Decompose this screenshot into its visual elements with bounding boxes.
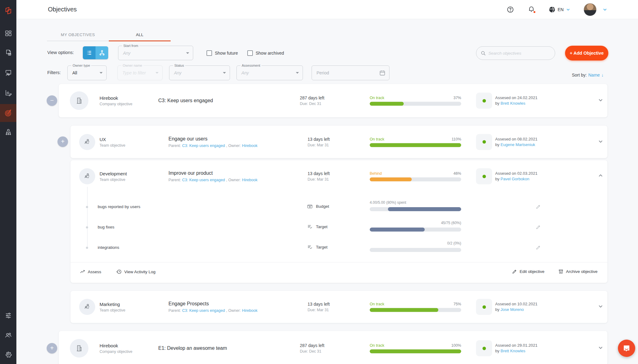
status-dropdown[interactable]: Status Any: [169, 65, 230, 80]
parent-link[interactable]: C3: Keep users engaged: [182, 178, 225, 182]
add-objective-button[interactable]: + Add Objective: [565, 46, 608, 61]
due-date: Due: Dec 31: [300, 349, 324, 354]
sliders-icon: [5, 312, 12, 319]
by-label: by: [495, 307, 500, 312]
show-archived-checkbox[interactable]: Show archived: [247, 50, 284, 56]
owner-label: , Owner:: [226, 178, 241, 182]
app-logo[interactable]: [0, 2, 16, 20]
edit-objective-button[interactable]: Edit objective: [512, 269, 544, 274]
assessor-link[interactable]: Brett Knowles: [500, 349, 525, 353]
language-code: EN: [558, 7, 564, 12]
status-label: Status: [173, 64, 185, 67]
chart-pencil-icon: [5, 89, 12, 97]
sidebar-item-people[interactable]: [0, 326, 16, 344]
expand-chevron[interactable]: [598, 97, 603, 104]
progress-fill: [370, 102, 404, 106]
language-selector[interactable]: EN: [549, 6, 571, 13]
chat-launcher-button[interactable]: [618, 340, 635, 357]
assessed-on: Assesed on 29.01.2021: [495, 343, 538, 348]
archive-objective-button[interactable]: Archive objective: [558, 269, 598, 274]
key-result-name: bugs reported by users: [98, 204, 140, 209]
sidebar-item-checkins[interactable]: [0, 44, 16, 62]
notifications-button[interactable]: [528, 5, 535, 14]
collapse-chevron[interactable]: [598, 173, 603, 180]
list-view-button[interactable]: [83, 46, 96, 59]
actions-divider: [70, 262, 607, 262]
days-left: 287 days left: [300, 343, 324, 348]
users-icon: [5, 332, 12, 339]
filters-label: Filters:: [47, 70, 61, 75]
assessment-dropdown[interactable]: Assessment Any: [236, 65, 303, 80]
tab-my-objectives[interactable]: MY OBJECTIVES: [47, 31, 109, 41]
collapse-row-button[interactable]: −: [47, 95, 57, 106]
tab-all[interactable]: ALL: [109, 31, 171, 41]
metric-type: Target: [307, 244, 328, 250]
parent-link[interactable]: C3: Keep users engaged: [182, 144, 225, 148]
sidebar-item-settings[interactable]: [0, 345, 16, 363]
sort-direction-icon[interactable]: ↓: [602, 73, 604, 77]
by-label: by: [495, 349, 500, 353]
sidebar-item-meetings[interactable]: [0, 64, 16, 82]
metric-label: Target: [316, 245, 328, 249]
objective-row[interactable]: Hirebook Company objective E1: Develop a…: [59, 331, 607, 364]
help-button[interactable]: [507, 6, 514, 13]
assess-button[interactable]: Assess: [80, 269, 101, 274]
view-activity-log-label: View Activity Log: [124, 270, 155, 274]
edit-key-result-button[interactable]: [536, 204, 541, 211]
archive-icon: [558, 269, 564, 274]
objective-row[interactable]: UX Team objective Engage our users Paren…: [70, 126, 607, 158]
assessor-link[interactable]: Pavel Gorbokon: [500, 177, 529, 181]
expand-chevron[interactable]: [598, 303, 603, 310]
assessor-link[interactable]: Brett Knowles: [500, 101, 525, 106]
progress-track: [370, 308, 461, 312]
period-field[interactable]: Period: [312, 65, 389, 80]
tree-view-button[interactable]: [96, 46, 108, 59]
user-menu-button[interactable]: [602, 7, 608, 12]
owner-link[interactable]: Hirebook: [242, 308, 257, 313]
search-input[interactable]: [488, 51, 547, 56]
owner-link[interactable]: Hirebook: [242, 144, 257, 148]
edit-key-result-button[interactable]: [536, 224, 541, 231]
edit-key-result-button[interactable]: [536, 245, 541, 251]
progress-percent: 75%: [453, 302, 461, 306]
assessment-label: Assessment: [240, 64, 262, 67]
sort-field[interactable]: Name: [588, 73, 600, 77]
team-icon-badge: [79, 299, 95, 315]
expand-chevron[interactable]: [598, 139, 603, 145]
show-future-checkbox[interactable]: Show future: [206, 50, 238, 56]
objective-header[interactable]: Development Team objective Improve our p…: [70, 160, 607, 192]
owner-link[interactable]: Hirebook: [242, 178, 257, 182]
assessor-link[interactable]: Eugene Martseniuk: [500, 142, 535, 147]
start-from-value: Any: [123, 51, 130, 56]
edit-objective-label: Edit objective: [520, 269, 544, 274]
target-icon: [4, 109, 12, 117]
status-dot: [483, 305, 486, 309]
sidebar-item-objectives[interactable]: [0, 104, 16, 122]
progress-block: On track110%: [370, 137, 461, 147]
sidebar-item-org-chart[interactable]: [0, 123, 16, 141]
building-icon: [75, 344, 83, 352]
view-activity-log-button[interactable]: View Activity Log: [116, 269, 155, 274]
user-avatar[interactable]: [584, 3, 597, 16]
checkbox-box: [247, 50, 253, 56]
progress-fill: [370, 143, 461, 147]
sort-label: Sort by:: [572, 73, 587, 77]
key-result-value: 0/2 (0%): [370, 241, 461, 245]
start-from-dropdown[interactable]: Start from Any: [118, 46, 193, 60]
expand-row-button[interactable]: +: [47, 343, 57, 354]
status-dot: [483, 99, 486, 103]
owner-type-dropdown[interactable]: Owner type All: [67, 65, 107, 80]
assessment-text: Assesed on 10.02.2021 by Jose Moreno: [495, 301, 538, 312]
expand-row-button[interactable]: +: [57, 136, 68, 147]
objective-row[interactable]: Hirebook Company objective C3: Keep user…: [59, 84, 607, 117]
assessor-link[interactable]: Jose Moreno: [500, 307, 524, 312]
expand-chevron[interactable]: [598, 345, 603, 352]
due-block: 287 days left Due: Dec 31: [300, 343, 324, 354]
sidebar-item-preferences[interactable]: [0, 307, 16, 324]
parent-link[interactable]: C3: Keep users engaged: [182, 308, 225, 313]
search-icon: [481, 51, 486, 56]
objective-row[interactable]: Marketing Team objective Engage Prospect…: [70, 291, 607, 323]
view-options-label: View options:: [47, 50, 74, 55]
sidebar-item-kpis[interactable]: [0, 84, 16, 102]
sidebar-item-dashboard[interactable]: [0, 24, 16, 42]
